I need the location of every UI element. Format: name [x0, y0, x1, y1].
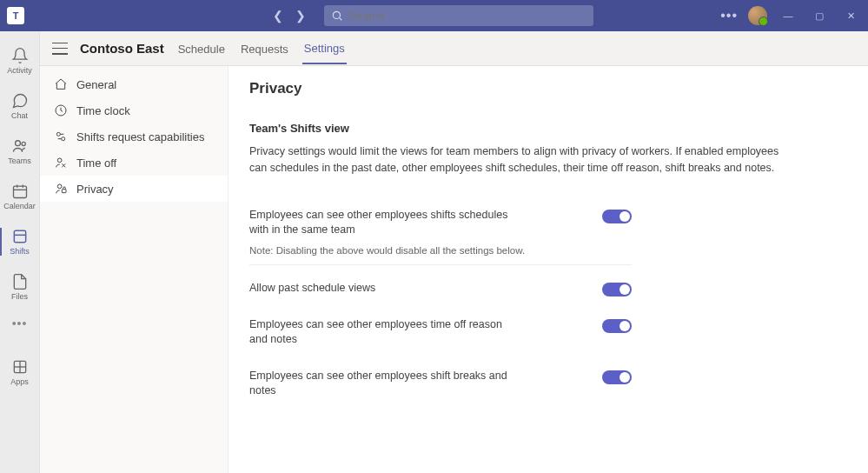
rail-label: Activity: [7, 66, 32, 75]
rail-label: Teams: [8, 157, 31, 165]
menu-toggle-button[interactable]: [52, 43, 68, 55]
setting-row-timeoff-reason: Employees can see other employees time o…: [249, 307, 632, 358]
close-button[interactable]: ✕: [840, 5, 861, 26]
svg-rect-8: [14, 230, 25, 242]
settings-nav-label: Time clock: [76, 104, 130, 117]
file-icon: [11, 273, 29, 290]
rail-label: Apps: [10, 377, 29, 386]
title-bar: T ❮ ❯ ••• — ▢ ✕: [0, 0, 868, 31]
rail-item-calendar[interactable]: Calendar: [0, 176, 40, 217]
people-icon: [11, 137, 29, 155]
rail-item-shifts[interactable]: Shifts: [0, 221, 40, 263]
setting-row-shift-breaks: Employees can see other employees shift …: [249, 358, 632, 410]
setting-row-see-shifts: Employees can see other employees shifts…: [249, 197, 632, 249]
setting-label: Employees can see other employees shifts…: [249, 208, 510, 238]
settings-nav: General Time clock Shifts request capabi…: [40, 66, 228, 473]
setting-label: Allow past schedule views: [249, 281, 375, 296]
clock-icon: [54, 103, 68, 117]
settings-nav-label: General: [76, 78, 116, 91]
rail-more-button[interactable]: •••: [12, 316, 28, 330]
setting-label: Employees can see other employees time o…: [249, 317, 510, 348]
svg-point-2: [15, 141, 20, 146]
page-header: Contoso East Schedule Requests Settings: [40, 31, 868, 66]
svg-line-1: [340, 18, 342, 21]
setting-row-past-views: Allow past schedule views: [249, 270, 632, 307]
back-button[interactable]: ❮: [268, 6, 288, 25]
settings-nav-time-clock[interactable]: Time clock: [40, 97, 228, 123]
search-box[interactable]: [324, 5, 593, 26]
content-area: Privacy Team's Shifts view Privacy setti…: [228, 66, 868, 473]
divider: [249, 264, 632, 265]
rail-item-teams[interactable]: Teams: [0, 130, 40, 172]
svg-rect-18: [62, 190, 66, 193]
svg-point-15: [62, 137, 65, 141]
home-icon: [54, 77, 68, 91]
setting-label: Employees can see other employees shift …: [249, 369, 510, 399]
toggle-see-shifts[interactable]: [602, 210, 632, 223]
rail-item-chat[interactable]: Chat: [0, 85, 40, 127]
rail-label: Calendar: [3, 202, 36, 210]
teams-app-icon: T: [7, 7, 24, 24]
rail-item-apps[interactable]: Apps: [0, 351, 40, 393]
maximize-button[interactable]: ▢: [809, 5, 830, 26]
svg-point-3: [22, 142, 25, 145]
rail-label: Shifts: [10, 247, 30, 256]
setting-note: Note: Disabling the above would disable …: [249, 245, 844, 256]
page-title: Privacy: [249, 80, 844, 97]
app-rail: Activity Chat Teams Calendar Shifts File…: [0, 31, 40, 473]
tab-requests[interactable]: Requests: [239, 33, 290, 63]
svg-point-0: [333, 11, 340, 18]
rail-item-activity[interactable]: Activity: [0, 40, 40, 82]
rail-label: Files: [11, 292, 28, 301]
timeoff-icon: [54, 156, 68, 170]
team-name: Contoso East: [80, 41, 164, 56]
toggle-shift-breaks[interactable]: [602, 370, 632, 384]
minimize-button[interactable]: —: [778, 5, 798, 26]
settings-nav-privacy[interactable]: Privacy: [40, 176, 228, 202]
forward-button[interactable]: ❯: [291, 6, 310, 25]
svg-point-17: [57, 184, 62, 189]
privacy-icon: [54, 182, 68, 196]
svg-point-14: [56, 132, 60, 136]
settings-nav-general[interactable]: General: [40, 71, 228, 97]
toggle-timeoff-reason[interactable]: [602, 319, 632, 333]
shifts-icon: [11, 228, 29, 245]
swap-icon: [54, 130, 68, 143]
user-avatar[interactable]: [748, 6, 767, 25]
svg-rect-4: [13, 186, 26, 197]
settings-nav-requests[interactable]: Shifts request capabilities: [40, 123, 228, 150]
settings-nav-time-off[interactable]: Time off: [40, 150, 228, 176]
more-options-button[interactable]: •••: [720, 8, 738, 23]
search-icon: [331, 10, 343, 22]
section-title: Team's Shifts view: [249, 122, 844, 135]
settings-nav-label: Time off: [76, 157, 116, 170]
settings-nav-label: Privacy: [76, 183, 114, 196]
search-input[interactable]: [348, 10, 586, 23]
svg-point-16: [57, 158, 62, 163]
calendar-icon: [11, 183, 29, 200]
tab-settings[interactable]: Settings: [302, 32, 347, 64]
toggle-past-views[interactable]: [602, 283, 632, 296]
apps-icon: [11, 358, 29, 376]
chat-icon: [11, 92, 29, 110]
body-area: General Time clock Shifts request capabi…: [40, 66, 868, 473]
rail-label: Chat: [11, 111, 28, 120]
bell-icon: [11, 47, 29, 64]
settings-nav-label: Shifts request capabilities: [76, 130, 204, 143]
section-description: Privacy settings would limit the views f…: [249, 143, 788, 177]
tab-schedule[interactable]: Schedule: [176, 33, 227, 63]
rail-item-files[interactable]: Files: [0, 266, 40, 308]
